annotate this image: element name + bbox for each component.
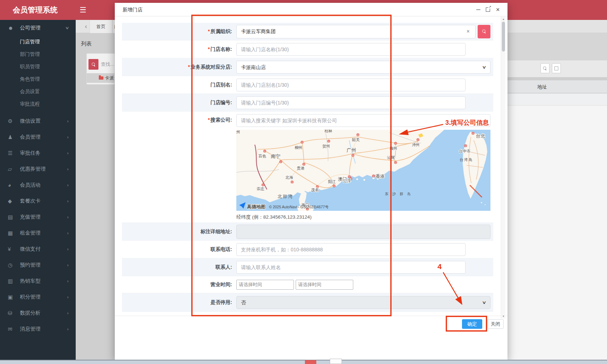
disabled-select[interactable]: 否 ∨: [236, 296, 490, 309]
hours-start-input[interactable]: [236, 280, 294, 290]
user-icon: ♟: [8, 134, 20, 140]
table-search-button[interactable]: [541, 63, 549, 73]
address-column-header: 地址: [537, 80, 547, 93]
table-body-area: [507, 106, 607, 360]
sidebar-group-points-mgmt[interactable]: ▣积分管理›: [0, 289, 76, 305]
chevron-down-icon: ∨: [482, 296, 487, 309]
close-icon[interactable]: ×: [496, 6, 500, 13]
store-alias-input[interactable]: [236, 79, 466, 91]
contact-input[interactable]: [236, 261, 466, 274]
folder-icon: [99, 76, 103, 80]
map-sea-label: 东 沙 群 岛: [385, 192, 412, 196]
sidebar-group-recharge-mgmt[interactable]: ▤充值管理›: [0, 209, 76, 225]
list-title: 列表: [81, 41, 92, 47]
tree-search-button[interactable]: [88, 59, 98, 70]
maximize-icon[interactable]: [486, 7, 490, 12]
sidebar-group-rent-mgmt[interactable]: ▦租金管理›: [0, 225, 76, 241]
database-icon: ⛁: [8, 310, 20, 316]
org-input[interactable]: [236, 25, 476, 38]
sidebar-group-coupon-mgmt[interactable]: ▱优惠券管理›: [0, 161, 76, 177]
window-controls: ─ ×: [476, 3, 500, 16]
org-search-button[interactable]: [478, 25, 490, 38]
sidebar-group-wechat-setting[interactable]: ⚙微信设置›: [0, 113, 76, 129]
sidebar-group-member-mgmt[interactable]: ♟会员管理›: [0, 129, 76, 145]
tree-search-placeholder[interactable]: 查找...: [101, 59, 114, 70]
tree-node-company[interactable]: 卡派云: [87, 73, 115, 83]
table-row[interactable]: [507, 93, 607, 106]
map-city-label: 崇左: [257, 187, 264, 191]
sidebar-item-store-mgmt[interactable]: 门店管理: [0, 36, 76, 48]
chevron-right-icon: ›: [67, 230, 69, 236]
scroll-up-arrow[interactable]: ▲: [501, 17, 506, 21]
sidebar-group-hot-models[interactable]: ▥热销车型›: [0, 273, 76, 289]
dialog-footer: 确定 关闭: [115, 316, 507, 360]
sidebar-item-staff-mgmt[interactable]: 职员管理: [0, 60, 76, 73]
sidebar-group-company[interactable]: ☻ 公司管理 ∨: [0, 20, 76, 36]
sidebar-group-approval-task[interactable]: ☰审批任务›: [0, 145, 76, 161]
dialog-scrollbar[interactable]: ▲ ▼: [501, 17, 505, 318]
minimize-icon[interactable]: ─: [476, 7, 480, 12]
map-city-label: 柳州: [295, 145, 302, 150]
map-city-label: 百色: [258, 154, 266, 158]
close-button[interactable]: 关闭: [487, 319, 504, 329]
sidebar-item-role-mgmt[interactable]: 角色管理: [0, 73, 76, 85]
company-search-input[interactable]: [236, 114, 490, 127]
sidebar-group-wechat-pay[interactable]: ¥微信支付›: [0, 241, 76, 257]
search-icon: [92, 63, 96, 66]
sidebar-group-message-mgmt[interactable]: ✉消息管理›: [0, 321, 76, 337]
map-city-label: 台北: [476, 133, 485, 139]
group-label: 租金管理: [20, 230, 41, 236]
store-name-input[interactable]: [236, 43, 466, 56]
sidebar-group-booking-mgmt[interactable]: ◷预约管理›: [0, 257, 76, 273]
sidebar-submenu: 门店管理 部门管理 职员管理 角色管理 会员设置 审批流程: [0, 36, 76, 110]
chevron-right-icon: ›: [67, 310, 69, 316]
map-city-label: 汕尾: [387, 155, 395, 160]
map-city-label: 州: [236, 130, 240, 134]
map-canvas[interactable]: 百色 柳州 贺州 桂林 韶关 梅州 漳州 南宁 贵港 云浮 广州: [236, 130, 490, 211]
chevron-right-icon: ›: [67, 326, 69, 332]
alias-label: 门店别名:: [122, 82, 236, 88]
phone-input[interactable]: [236, 243, 466, 256]
sidebar-item-approval-flow[interactable]: 审批流程: [0, 98, 76, 110]
group-label: 消息管理: [20, 326, 41, 332]
chevron-right-icon: ›: [67, 182, 69, 188]
dialog-body: *所属组织: × *门店名称: *业务系统对应分店: 卡派南山店 ∨: [115, 17, 500, 316]
pie-chart-icon: ◕: [8, 182, 20, 188]
clear-icon[interactable]: ×: [467, 29, 469, 34]
org-input-group: ×: [236, 25, 490, 38]
tab-home[interactable]: 首页: [90, 20, 112, 33]
branch-select[interactable]: 卡派南山店 ∨: [236, 61, 490, 74]
sidebar-group-package-card[interactable]: ◆套餐次卡›: [0, 193, 76, 209]
tree-search-bar: 查找...: [88, 59, 114, 70]
form-row-branch: *业务系统对应分店: 卡派南山店 ∨: [122, 58, 493, 76]
hamburger-icon[interactable]: ☰: [80, 5, 86, 15]
table-extra-button[interactable]: [552, 63, 561, 73]
form-row-hours: 营业时间:: [122, 276, 493, 293]
table-icon: ▥: [8, 278, 20, 284]
background-toolbar: [507, 60, 607, 77]
sidebar-group-member-activity[interactable]: ◕会员活动›: [0, 177, 76, 193]
sidebar-item-dept-mgmt[interactable]: 部门管理: [0, 48, 76, 60]
group-label: 数据分析: [20, 310, 41, 316]
sidebar-item-member-setting[interactable]: 会员设置: [0, 85, 76, 98]
store-tree-panel: 查找... 卡派云: [86, 53, 115, 85]
branch-label: *业务系统对应分店:: [122, 64, 236, 70]
group-label: 积分管理: [20, 294, 41, 300]
confirm-button[interactable]: 确定: [462, 319, 482, 329]
required-asterisk: *: [188, 64, 190, 70]
chevron-right-icon: ›: [67, 134, 69, 140]
hours-end-input[interactable]: [296, 280, 353, 290]
scroll-down-arrow[interactable]: ▼: [501, 314, 506, 318]
company-search-label: *搜索公司:: [122, 117, 236, 123]
form-row-phone: 联系电话:: [122, 241, 493, 258]
group-label: 充值管理: [20, 214, 41, 220]
form-row-address: 标注详细地址:: [122, 223, 493, 241]
contact-label: 联系人:: [122, 264, 236, 271]
dialog-title: 新增门店: [123, 3, 143, 16]
scrollbar-thumb[interactable]: [502, 22, 505, 52]
tab-store-mgmt-clipped[interactable]: 门店管理: [112, 20, 115, 33]
store-code-input[interactable]: [236, 96, 466, 109]
map-sea-label: 北部湾: [278, 194, 294, 199]
sidebar-group-data-analysis[interactable]: ⛁数据分析›: [0, 305, 76, 321]
tabs-back-chevron[interactable]: ‹: [82, 22, 90, 30]
